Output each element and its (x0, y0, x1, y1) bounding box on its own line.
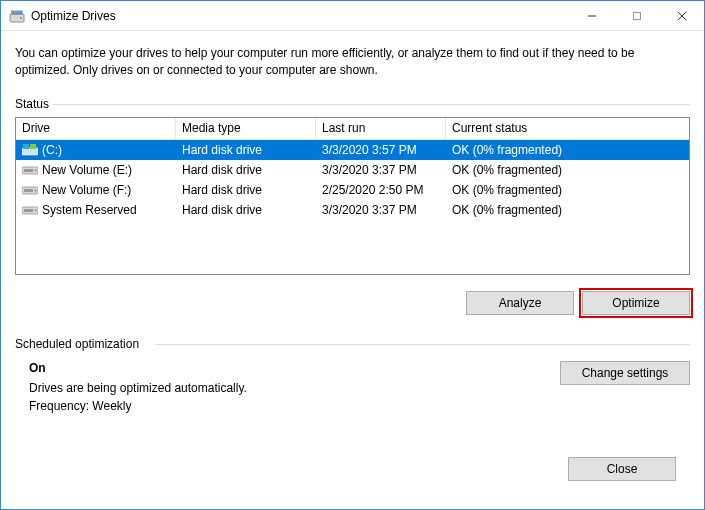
schedule-desc-line1: Drives are being optimized automatically… (29, 381, 560, 395)
svg-rect-1 (12, 11, 22, 14)
drive-name: New Volume (E:) (42, 163, 132, 177)
svg-rect-4 (633, 12, 640, 19)
drives-list[interactable]: Drive Media type Last run Current status… (15, 117, 690, 275)
drive-last-run: 3/3/2020 3:37 PM (316, 203, 446, 217)
svg-point-2 (20, 17, 22, 19)
col-header-last-run[interactable]: Last run (316, 118, 446, 139)
drive-row[interactable]: New Volume (F:)Hard disk drive2/25/2020 … (16, 180, 689, 200)
maximize-button[interactable] (614, 1, 659, 30)
drive-status: OK (0% fragmented) (446, 203, 689, 217)
minimize-button[interactable] (569, 1, 614, 30)
status-label-text: Status (15, 97, 49, 111)
change-settings-button[interactable]: Change settings (560, 361, 690, 385)
scheduled-optimization-section: Scheduled optimization On Drives are bei… (15, 337, 690, 417)
window-title: Optimize Drives (31, 9, 116, 23)
svg-rect-17 (24, 209, 33, 212)
drive-media-type: Hard disk drive (176, 163, 316, 177)
titlebar: Optimize Drives (1, 1, 704, 31)
drive-media-type: Hard disk drive (176, 183, 316, 197)
drive-status: OK (0% fragmented) (446, 183, 689, 197)
schedule-section-label: Scheduled optimization (15, 337, 690, 351)
analyze-button[interactable]: Analyze (466, 291, 574, 315)
drive-name: New Volume (F:) (42, 183, 131, 197)
svg-point-12 (35, 169, 37, 171)
drive-row[interactable]: System ReservedHard disk drive3/3/2020 3… (16, 200, 689, 220)
footer-row: Close (15, 447, 690, 495)
drive-media-type: Hard disk drive (176, 203, 316, 217)
windows-drive-icon (22, 144, 38, 156)
hard-drive-icon (22, 164, 38, 176)
content-area: You can optimize your drives to help you… (1, 31, 704, 509)
close-dialog-button[interactable]: Close (568, 457, 676, 481)
app-icon (9, 8, 25, 24)
drives-header-row: Drive Media type Last run Current status (16, 118, 689, 140)
schedule-state: On (29, 361, 560, 375)
svg-point-18 (35, 209, 37, 211)
svg-rect-9 (30, 144, 36, 149)
drive-status: OK (0% fragmented) (446, 143, 689, 157)
description-text: You can optimize your drives to help you… (15, 45, 690, 79)
hard-drive-icon (22, 204, 38, 216)
drive-name: (C:) (42, 143, 62, 157)
drive-row[interactable]: (C:)Hard disk drive3/3/2020 3:57 PMOK (0… (16, 140, 689, 160)
drive-name: System Reserved (42, 203, 137, 217)
drive-status: OK (0% fragmented) (446, 163, 689, 177)
col-header-drive[interactable]: Drive (16, 118, 176, 139)
svg-rect-8 (23, 144, 29, 149)
hard-drive-icon (22, 184, 38, 196)
col-header-media[interactable]: Media type (176, 118, 316, 139)
svg-rect-7 (22, 148, 38, 155)
drive-actions-row: Analyze Optimize (15, 291, 690, 315)
svg-rect-14 (24, 189, 33, 192)
optimize-button[interactable]: Optimize (582, 291, 690, 315)
svg-rect-11 (24, 169, 33, 172)
drive-last-run: 3/3/2020 3:57 PM (316, 143, 446, 157)
svg-point-15 (35, 189, 37, 191)
drive-last-run: 2/25/2020 2:50 PM (316, 183, 446, 197)
drive-row[interactable]: New Volume (E:)Hard disk drive3/3/2020 3… (16, 160, 689, 180)
optimize-drives-window: Optimize Drives You can optimize your dr… (0, 0, 705, 510)
drive-media-type: Hard disk drive (176, 143, 316, 157)
col-header-status[interactable]: Current status (446, 118, 689, 139)
drive-last-run: 3/3/2020 3:37 PM (316, 163, 446, 177)
close-button[interactable] (659, 1, 704, 30)
schedule-label-text: Scheduled optimization (15, 337, 139, 351)
status-section-label: Status (15, 97, 690, 111)
schedule-desc-line2: Frequency: Weekly (29, 399, 560, 413)
